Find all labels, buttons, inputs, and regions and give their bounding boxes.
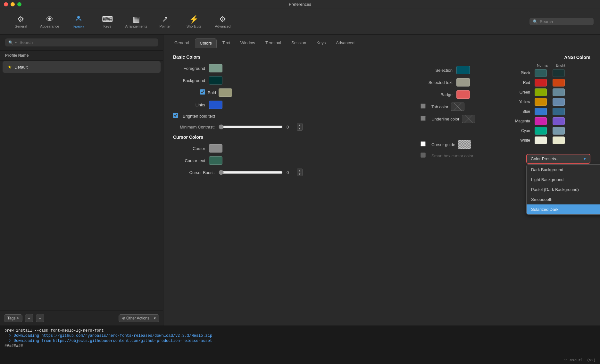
ansi-green-normal[interactable] [535, 88, 547, 96]
tab-color-swatch [451, 103, 464, 111]
toolbar-item-arrangements[interactable]: ▦ Arrangements [122, 11, 151, 33]
cursor-boost-stepper[interactable]: ▲ ▼ [297, 169, 303, 176]
cursor-boost-slider[interactable] [219, 170, 283, 175]
min-contrast-value: 0 [287, 125, 293, 129]
smart-box-checkbox[interactable] [421, 153, 426, 158]
ansi-black-normal[interactable] [535, 69, 547, 77]
presets-dropdown-container: Color Presets... ▾ Dark Background Light… [526, 154, 590, 164]
ansi-white-bright[interactable] [553, 136, 565, 144]
min-contrast-stepper[interactable]: ▲ ▼ [297, 123, 303, 131]
tags-button[interactable]: Tags > [4, 314, 22, 322]
window-title: Preferences [289, 2, 311, 7]
min-contrast-slider[interactable] [219, 124, 283, 129]
selection-row: Selection [421, 66, 501, 74]
toolbar-item-general[interactable]: ⚙ General [6, 11, 35, 33]
terminal-line-2: ==> Downloading from https://objects.git… [4, 339, 596, 343]
toolbar-item-advanced[interactable]: ⚙ Advanced [208, 11, 237, 33]
color-presets-button[interactable]: Color Presets... ▾ [526, 154, 590, 164]
cursor-boost-down[interactable]: ▼ [297, 172, 302, 176]
sidebar-search-area: 🔍 ▾ [0, 35, 163, 51]
cursor-text-swatch[interactable] [209, 156, 222, 165]
tab-text[interactable]: Text [218, 38, 235, 48]
preset-smoooooth[interactable]: Smoooooth [527, 194, 600, 204]
minimize-button[interactable] [11, 2, 15, 6]
sidebar-search-inner[interactable]: 🔍 ▾ [5, 38, 158, 46]
toolbar-item-profiles[interactable]: Profiles [64, 11, 93, 33]
bold-checkbox[interactable] [200, 89, 205, 95]
pointer-icon: ↗ [162, 15, 168, 23]
ansi-white-normal[interactable] [535, 136, 547, 144]
preset-dark-background[interactable]: Dark Background [527, 165, 600, 175]
tab-keys[interactable]: Keys [312, 38, 330, 48]
close-button[interactable] [4, 2, 8, 6]
badge-swatch[interactable] [456, 90, 470, 99]
bold-swatch[interactable] [219, 88, 232, 97]
ansi-yellow-bright[interactable] [553, 98, 565, 106]
ansi-blue-normal[interactable] [535, 108, 547, 115]
ansi-grid: Normal Bright Black Red Green [507, 63, 590, 144]
arrangements-icon: ▦ [133, 15, 140, 23]
background-swatch[interactable] [209, 76, 222, 85]
cursor-guide-checkbox[interactable] [421, 141, 426, 146]
preset-pastel-dark[interactable]: Pastel (Dark Background) [527, 185, 600, 194]
tab-colors[interactable]: Colors [195, 38, 217, 48]
titlebar-controls [4, 2, 21, 6]
toolbar-search[interactable]: 🔍 [529, 18, 594, 25]
tab-general[interactable]: General [170, 38, 194, 48]
toolbar-item-shortcuts[interactable]: ⚡ Shortcuts [179, 11, 208, 33]
ansi-cyan-bright[interactable] [553, 127, 565, 135]
selected-text-swatch[interactable] [456, 78, 470, 87]
ansi-cyan-normal[interactable] [535, 127, 547, 135]
tab-session[interactable]: Session [287, 38, 311, 48]
other-actions-button[interactable]: ⊕ Other Actions... ▾ [119, 314, 159, 322]
brighten-bold-checkbox[interactable] [173, 113, 178, 118]
bold-label: Bold [208, 90, 216, 95]
cursor-guide-swatch[interactable] [458, 140, 471, 149]
preset-light-background[interactable]: Light Background [527, 175, 600, 185]
sidebar-search-input[interactable] [20, 40, 155, 45]
ansi-blue-bright[interactable] [553, 108, 565, 115]
toolbar-item-appearance[interactable]: 👁 Appearance [35, 11, 64, 33]
ansi-magenta-label: Magenta [507, 119, 533, 123]
ansi-white-label: White [507, 138, 533, 143]
toolbar-search-input[interactable] [540, 19, 590, 24]
maximize-button[interactable] [17, 2, 21, 6]
links-label: Links [173, 103, 205, 107]
selection-swatch[interactable] [456, 66, 470, 74]
toolbar-profiles-label: Profiles [73, 25, 85, 29]
ansi-normal-header: Normal [535, 63, 551, 67]
terminal-line-0: brew install --cask font-meslo-lg-nerd-f… [4, 328, 596, 333]
tab-advanced[interactable]: Advanced [331, 38, 359, 48]
add-profile-button[interactable]: + [25, 314, 33, 322]
foreground-swatch[interactable] [209, 64, 222, 72]
sidebar-profile-default[interactable]: ★ Default [3, 61, 161, 73]
tab-window[interactable]: Window [236, 38, 260, 48]
remove-profile-button[interactable]: − [36, 314, 44, 322]
toolbar-item-pointer[interactable]: ↗ Pointer [151, 11, 179, 33]
preset-solarized-dark[interactable]: Solarized Dark [527, 204, 600, 214]
ansi-magenta-bright[interactable] [553, 117, 565, 125]
cursor-swatch[interactable] [209, 144, 222, 153]
cursor-boost-up[interactable]: ▲ [297, 169, 302, 172]
cursor-colors-section: Cursor Colors Cursor Cursor text [173, 135, 414, 176]
tab-terminal[interactable]: Terminal [261, 38, 286, 48]
ansi-red-normal[interactable] [535, 79, 547, 87]
tab-color-checkbox[interactable] [421, 103, 426, 109]
ansi-red-bright[interactable] [553, 79, 565, 87]
min-contrast-up[interactable]: ▲ [297, 123, 302, 127]
terminal-status: 11.5%curl: (92) [564, 358, 596, 362]
ansi-black-bright[interactable] [553, 69, 565, 77]
toolbar-item-keys[interactable]: ⌨ Keys [93, 11, 122, 33]
underline-color-checkbox[interactable] [421, 116, 426, 121]
cursor-label: Cursor [173, 146, 205, 151]
ansi-yellow-normal[interactable] [535, 98, 547, 106]
brighten-bold-label: Brighten bold text [183, 114, 215, 119]
links-swatch[interactable] [209, 101, 222, 109]
ansi-green-bright[interactable] [553, 88, 565, 96]
min-contrast-down[interactable]: ▼ [297, 127, 302, 130]
colors-panel: Basic Colors Foreground Background [163, 48, 600, 326]
ansi-bright-header: Bright [553, 63, 569, 67]
toolbar-pointer-label: Pointer [160, 24, 171, 28]
foreground-label: Foreground [173, 66, 205, 71]
ansi-magenta-normal[interactable] [535, 117, 547, 125]
